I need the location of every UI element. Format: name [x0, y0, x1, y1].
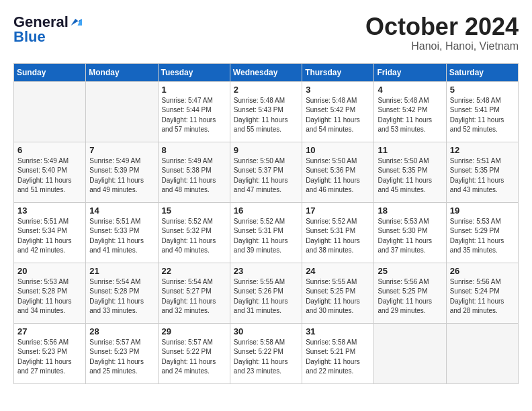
day-number: 13: [17, 205, 82, 216]
day-number: 10: [306, 145, 370, 155]
calendar-cell: 9 Sunrise: 5:50 AMSunset: 5:37 PMDayligh…: [230, 142, 302, 202]
day-info: Sunrise: 5:48 AMSunset: 5:41 PMDaylight:…: [450, 97, 504, 134]
day-number: 26: [450, 266, 515, 276]
calendar-cell: 23 Sunrise: 5:55 AMSunset: 5:26 PMDaylig…: [230, 263, 302, 323]
day-info: Sunrise: 5:52 AMSunset: 5:31 PMDaylight:…: [234, 218, 288, 255]
day-number: 11: [378, 145, 442, 155]
day-number: 23: [234, 266, 298, 276]
calendar-week-3: 13 Sunrise: 5:51 AMSunset: 5:34 PMDaylig…: [14, 202, 519, 263]
day-number: 18: [378, 205, 442, 216]
calendar-cell: 1 Sunrise: 5:47 AMSunset: 5:44 PMDayligh…: [158, 81, 230, 142]
day-number: 25: [378, 266, 442, 276]
calendar-cell: 22 Sunrise: 5:54 AMSunset: 5:27 PMDaylig…: [158, 263, 230, 323]
day-info: Sunrise: 5:48 AMSunset: 5:43 PMDaylight:…: [234, 97, 288, 134]
calendar-cell: [14, 81, 86, 142]
header-day-monday: Monday: [86, 63, 158, 81]
day-number: 24: [306, 266, 370, 276]
calendar-cell: 7 Sunrise: 5:49 AMSunset: 5:39 PMDayligh…: [86, 142, 158, 202]
calendar-cell: 20 Sunrise: 5:53 AMSunset: 5:28 PMDaylig…: [14, 263, 86, 323]
month-title: October 2024: [365, 13, 519, 40]
calendar-week-4: 20 Sunrise: 5:53 AMSunset: 5:28 PMDaylig…: [14, 263, 519, 323]
header-day-sunday: Sunday: [14, 63, 86, 81]
day-info: Sunrise: 5:51 AMSunset: 5:35 PMDaylight:…: [450, 157, 504, 194]
calendar-cell: 24 Sunrise: 5:55 AMSunset: 5:25 PMDaylig…: [302, 263, 374, 323]
page-header: General Blue October 2024 Hanoi, Hanoi, …: [13, 13, 519, 52]
title-block: October 2024 Hanoi, Hanoi, Vietnam: [365, 13, 519, 52]
day-number: 22: [162, 266, 226, 276]
day-number: 1: [162, 85, 226, 95]
day-info: Sunrise: 5:51 AMSunset: 5:33 PMDaylight:…: [89, 218, 144, 255]
day-number: 2: [234, 85, 298, 95]
day-info: Sunrise: 5:51 AMSunset: 5:34 PMDaylight:…: [17, 218, 72, 255]
day-info: Sunrise: 5:50 AMSunset: 5:35 PMDaylight:…: [378, 157, 432, 194]
day-info: Sunrise: 5:57 AMSunset: 5:23 PMDaylight:…: [89, 338, 144, 375]
day-number: 9: [234, 145, 298, 155]
day-number: 3: [306, 85, 370, 95]
day-info: Sunrise: 5:55 AMSunset: 5:26 PMDaylight:…: [234, 278, 288, 315]
calendar-cell: 13 Sunrise: 5:51 AMSunset: 5:34 PMDaylig…: [14, 202, 86, 263]
calendar-cell: [374, 323, 446, 383]
calendar-cell: 11 Sunrise: 5:50 AMSunset: 5:35 PMDaylig…: [374, 142, 446, 202]
day-info: Sunrise: 5:47 AMSunset: 5:44 PMDaylight:…: [162, 97, 216, 134]
calendar-cell: 17 Sunrise: 5:52 AMSunset: 5:31 PMDaylig…: [302, 202, 374, 263]
day-info: Sunrise: 5:56 AMSunset: 5:25 PMDaylight:…: [378, 278, 432, 315]
calendar-week-5: 27 Sunrise: 5:56 AMSunset: 5:23 PMDaylig…: [14, 323, 519, 383]
day-info: Sunrise: 5:58 AMSunset: 5:21 PMDaylight:…: [306, 338, 360, 375]
day-number: 28: [89, 326, 154, 336]
header-day-saturday: Saturday: [446, 63, 518, 81]
day-info: Sunrise: 5:52 AMSunset: 5:31 PMDaylight:…: [306, 218, 360, 255]
svg-marker-1: [77, 19, 82, 26]
calendar-cell: 5 Sunrise: 5:48 AMSunset: 5:41 PMDayligh…: [446, 81, 518, 142]
day-number: 5: [450, 85, 515, 95]
day-info: Sunrise: 5:53 AMSunset: 5:30 PMDaylight:…: [378, 218, 432, 255]
day-info: Sunrise: 5:49 AMSunset: 5:40 PMDaylight:…: [17, 157, 72, 194]
header-day-friday: Friday: [374, 63, 446, 81]
day-info: Sunrise: 5:49 AMSunset: 5:38 PMDaylight:…: [162, 157, 216, 194]
day-number: 6: [17, 145, 82, 155]
header-day-wednesday: Wednesday: [230, 63, 302, 81]
day-number: 19: [450, 205, 515, 216]
day-number: 14: [89, 205, 154, 216]
day-info: Sunrise: 5:56 AMSunset: 5:23 PMDaylight:…: [17, 338, 72, 375]
day-number: 29: [162, 326, 226, 336]
header-day-thursday: Thursday: [302, 63, 374, 81]
day-number: 20: [17, 266, 82, 276]
day-number: 16: [234, 205, 298, 216]
calendar-cell: 30 Sunrise: 5:58 AMSunset: 5:22 PMDaylig…: [230, 323, 302, 383]
day-number: 21: [89, 266, 154, 276]
day-info: Sunrise: 5:48 AMSunset: 5:42 PMDaylight:…: [378, 97, 432, 134]
day-info: Sunrise: 5:54 AMSunset: 5:28 PMDaylight:…: [89, 278, 144, 315]
calendar-week-1: 1 Sunrise: 5:47 AMSunset: 5:44 PMDayligh…: [14, 81, 519, 142]
day-number: 15: [162, 205, 226, 216]
day-number: 27: [17, 326, 82, 336]
calendar-cell: 12 Sunrise: 5:51 AMSunset: 5:35 PMDaylig…: [446, 142, 518, 202]
day-number: 7: [89, 145, 154, 155]
day-info: Sunrise: 5:50 AMSunset: 5:37 PMDaylight:…: [234, 157, 288, 194]
calendar-cell: 25 Sunrise: 5:56 AMSunset: 5:25 PMDaylig…: [374, 263, 446, 323]
calendar-week-2: 6 Sunrise: 5:49 AMSunset: 5:40 PMDayligh…: [14, 142, 519, 202]
calendar-cell: 16 Sunrise: 5:52 AMSunset: 5:31 PMDaylig…: [230, 202, 302, 263]
day-info: Sunrise: 5:56 AMSunset: 5:24 PMDaylight:…: [450, 278, 504, 315]
calendar-table: SundayMondayTuesdayWednesdayThursdayFrid…: [13, 63, 519, 384]
calendar-cell: 31 Sunrise: 5:58 AMSunset: 5:21 PMDaylig…: [302, 323, 374, 383]
day-info: Sunrise: 5:55 AMSunset: 5:25 PMDaylight:…: [306, 278, 360, 315]
day-info: Sunrise: 5:50 AMSunset: 5:36 PMDaylight:…: [306, 157, 360, 194]
calendar-header: SundayMondayTuesdayWednesdayThursdayFrid…: [14, 63, 519, 81]
day-number: 12: [450, 145, 515, 155]
calendar-cell: 28 Sunrise: 5:57 AMSunset: 5:23 PMDaylig…: [86, 323, 158, 383]
day-info: Sunrise: 5:58 AMSunset: 5:22 PMDaylight:…: [234, 338, 288, 375]
calendar-cell: 27 Sunrise: 5:56 AMSunset: 5:23 PMDaylig…: [14, 323, 86, 383]
calendar-cell: 3 Sunrise: 5:48 AMSunset: 5:42 PMDayligh…: [302, 81, 374, 142]
calendar-cell: 4 Sunrise: 5:48 AMSunset: 5:42 PMDayligh…: [374, 81, 446, 142]
calendar-cell: 15 Sunrise: 5:52 AMSunset: 5:32 PMDaylig…: [158, 202, 230, 263]
header-day-tuesday: Tuesday: [158, 63, 230, 81]
day-info: Sunrise: 5:52 AMSunset: 5:32 PMDaylight:…: [162, 218, 216, 255]
day-number: 4: [378, 85, 442, 95]
calendar-cell: 18 Sunrise: 5:53 AMSunset: 5:30 PMDaylig…: [374, 202, 446, 263]
calendar-cell: 29 Sunrise: 5:57 AMSunset: 5:22 PMDaylig…: [158, 323, 230, 383]
day-number: 8: [162, 145, 226, 155]
calendar-cell: [86, 81, 158, 142]
logo-blue: Blue: [13, 28, 46, 46]
calendar-cell: 2 Sunrise: 5:48 AMSunset: 5:43 PMDayligh…: [230, 81, 302, 142]
day-number: 17: [306, 205, 370, 216]
